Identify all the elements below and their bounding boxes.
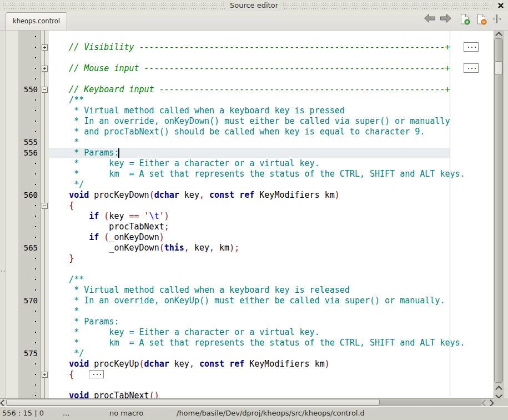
line-number: 570 (18, 296, 38, 306)
line-dot (35, 395, 36, 396)
code-line: { (49, 369, 74, 380)
line-dot (35, 68, 36, 69)
horizontal-scrollbar-thumb[interactable] (6, 399, 380, 406)
code-line: * Virtual method called when a keyboard … (49, 285, 350, 296)
fold-ellipsis[interactable] (464, 63, 479, 73)
code-line: /** (49, 95, 84, 106)
scrollbar-corner (494, 398, 508, 406)
code-line: /** (49, 274, 84, 285)
line-dot (35, 258, 36, 259)
close-icon[interactable] (496, 1, 506, 10)
source-editor-window: Source editor kheops.control (0, 0, 508, 420)
line-dot (35, 57, 36, 58)
fold-ellipsis[interactable] (464, 42, 479, 52)
code-line: if (_onKeyDown) (49, 232, 164, 243)
line-dot (35, 36, 36, 37)
go-forward-icon[interactable] (440, 13, 452, 26)
scroll-right-icon[interactable] (488, 401, 493, 406)
code-line: * (49, 137, 79, 148)
editor-left-margin (6, 31, 18, 398)
code-line: * In an override, onKeyUp() must either … (49, 296, 445, 306)
code-line: { (49, 201, 74, 211)
line-dot (35, 99, 36, 101)
line-dot (35, 226, 36, 227)
line-dot (35, 131, 36, 132)
line-dot (35, 289, 36, 291)
scroll-down-icon[interactable] (496, 393, 501, 398)
code-line: * (49, 306, 79, 317)
code-line: // Mouse input -------------------------… (49, 63, 450, 74)
line-dot (35, 110, 36, 111)
dock-splitter-grip (1, 271, 5, 272)
code-line: procTabNext; (49, 222, 169, 232)
line-number: 565 (18, 243, 38, 253)
code-line: // Visibility --------------------------… (49, 42, 450, 53)
code-line: * Params: (49, 317, 119, 327)
line-dot (35, 163, 36, 164)
code-line: } (49, 253, 74, 264)
window-title: Source editor (0, 1, 508, 9)
code-line: * km = A set that represents the status … (49, 338, 465, 348)
line-dot (35, 78, 36, 79)
code-line: * Virtual method called when a keyboard … (49, 106, 345, 116)
code-line: * In an override, onKeyDown() must eithe… (49, 116, 450, 127)
dock-splitter[interactable] (0, 31, 6, 398)
line-dot (35, 332, 36, 333)
fold-toggle-minus[interactable] (42, 203, 48, 209)
code-line: */ (49, 348, 84, 359)
line-dot (35, 374, 36, 375)
fold-toggle-plus[interactable] (42, 372, 48, 378)
line-dot (35, 216, 36, 217)
macro-status: no macro (109, 409, 143, 417)
line-dot (35, 47, 36, 48)
line-dot (35, 363, 36, 364)
fold-toggle-plus[interactable] (42, 44, 48, 51)
text-caret (118, 148, 119, 158)
fold-ellipsis-inline[interactable] (89, 370, 104, 378)
fold-toggle-plus[interactable] (42, 66, 48, 72)
code-line: // Keyboard input ----------------------… (49, 84, 450, 95)
line-number: 555 (18, 137, 38, 148)
fold-toggle-minus[interactable] (42, 87, 48, 93)
vertical-scrollbar-thumb[interactable] (495, 61, 502, 75)
line-number: 560 (18, 190, 38, 201)
scroll-up-icon[interactable] (496, 33, 501, 38)
code-line: * Params: (49, 148, 119, 158)
status-bar: 556 : 15 | 0 ... no macro /home/basile/D… (0, 406, 508, 420)
code-line: _onKeyDown(this, key, km); (49, 243, 239, 253)
right-margin-ruler (450, 31, 450, 398)
line-number: 550 (18, 84, 38, 95)
line-dot (35, 384, 36, 386)
line-dot (35, 237, 36, 238)
tab-label: kheops.control (13, 17, 60, 25)
code-line: */ (49, 179, 84, 190)
line-dot (35, 311, 36, 312)
code-line: * km = A set that represents the status … (49, 169, 465, 179)
vertical-scrollbar-track[interactable] (494, 38, 503, 383)
line-dot (35, 184, 36, 185)
status-ellipsis: ... (63, 409, 69, 417)
line-dot (35, 173, 36, 174)
fold-tree-line (44, 31, 45, 398)
title-bar[interactable]: Source editor (0, 0, 508, 11)
new-document-icon[interactable] (459, 13, 471, 27)
go-back-icon[interactable] (424, 13, 436, 26)
file-path-status: /home/basile/Dev/dproj/kheops/src/kheops… (177, 409, 365, 417)
code-line: * key = Either a character or a virtual … (49, 327, 320, 338)
scroll-up-icon-bottom[interactable] (496, 387, 501, 392)
scroll-left-icon[interactable] (1, 401, 6, 406)
code-line: if (key == '\t') (49, 211, 169, 222)
tab-bar: kheops.control (0, 11, 508, 31)
code-line: void procKeyUp(dchar key, const ref KeyM… (49, 359, 330, 369)
close-document-icon[interactable] (476, 13, 487, 27)
line-number: 575 (18, 348, 38, 359)
split-view-icon[interactable] (492, 13, 501, 27)
line-dot (35, 121, 36, 122)
line-dot (35, 321, 36, 322)
caret-position-status: 556 : 15 | 0 (2, 409, 44, 417)
code-line: * and procTabNext() should be called whe… (49, 127, 425, 137)
code-line: void procKeyDown(dchar key, const ref Ke… (49, 190, 340, 201)
line-dot (35, 268, 36, 269)
tab-kheops-control[interactable]: kheops.control (6, 12, 67, 30)
line-dot (35, 205, 36, 206)
